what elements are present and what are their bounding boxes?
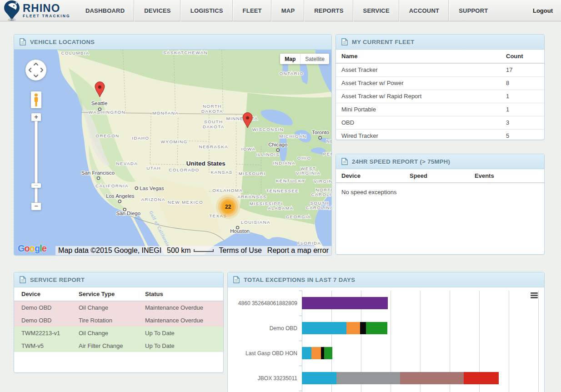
chart-bar-segment[interactable] bbox=[302, 347, 311, 359]
stacked-bar bbox=[302, 347, 332, 359]
column-header: Name bbox=[336, 50, 501, 63]
pegman-icon bbox=[33, 93, 40, 107]
city-dot bbox=[98, 108, 101, 111]
nav-item-account[interactable]: ACCOUNT bbox=[399, 0, 449, 21]
map-city-label: San Diego bbox=[116, 211, 141, 216]
svg-text:22: 22 bbox=[225, 204, 231, 210]
map-region-label: SOUTHDAKOTA bbox=[203, 119, 225, 129]
panel-title: VEHICLE LOCATIONS bbox=[30, 39, 95, 45]
nav-item-map[interactable]: MAP bbox=[271, 0, 305, 21]
map-type-satellite-button[interactable]: Satellite bbox=[301, 54, 329, 64]
panel-header: VEHICLE LOCATIONS bbox=[14, 35, 331, 50]
fleet-row: Wired Tracker5 bbox=[336, 129, 544, 140]
plus-icon: + bbox=[34, 113, 38, 121]
map-city-label: Los Angeles bbox=[106, 193, 135, 199]
nav-item-support[interactable]: SUPPORT bbox=[449, 0, 497, 21]
chart-bar-segment[interactable] bbox=[346, 322, 360, 334]
map-region-label: WASHINGTON bbox=[89, 110, 125, 115]
chart-bar-segment[interactable] bbox=[336, 372, 400, 384]
chart-row: Demo OBD bbox=[228, 316, 544, 341]
chart-bar-segment[interactable] bbox=[321, 347, 324, 359]
zoom-slider-track[interactable] bbox=[35, 121, 38, 203]
map-region-label: MONTANA bbox=[152, 111, 179, 116]
nav-item-service[interactable]: SERVICE bbox=[353, 0, 399, 21]
top-navbar: RHINO FLEET TRACKING DASHBOARDDEVICESLOG… bbox=[0, 0, 561, 21]
logout-button[interactable]: Logout bbox=[533, 0, 553, 21]
map-region-label: MINNESOTA bbox=[226, 116, 258, 121]
column-header: Device bbox=[336, 169, 404, 183]
service-table: DeviceService TypeStatus Demo OBDOil Cha… bbox=[14, 287, 223, 352]
nav-item-reports[interactable]: REPORTS bbox=[304, 0, 353, 21]
panel-title: SERVICE REPORT bbox=[30, 276, 85, 283]
chart-bar-segment[interactable] bbox=[360, 322, 366, 334]
fleet-row: OBD3 bbox=[336, 116, 544, 129]
map-region-label: CALIFORNIA bbox=[95, 183, 129, 188]
pan-arrows-icon bbox=[25, 60, 46, 80]
main-nav: DASHBOARDDEVICESLOGISTICSFLEETMAPREPORTS… bbox=[76, 0, 497, 21]
cluster-marker[interactable]: 22 bbox=[216, 195, 240, 219]
document-icon bbox=[341, 38, 348, 45]
terms-of-use-link[interactable]: Terms of Use bbox=[216, 246, 265, 255]
map-region-label: FLORIDA bbox=[297, 241, 321, 246]
fleet-table: NameCount Asset Tracker17Asset Tracker w… bbox=[336, 50, 544, 140]
chart-bar-segment[interactable] bbox=[366, 322, 387, 334]
fleet-row: Asset Tracker w/ Rapid Report1 bbox=[336, 90, 544, 103]
panel-title: MY CURRENT FLEET bbox=[352, 39, 415, 45]
panel-header: 24HR SPEED REPORT (> 75MPH) bbox=[336, 154, 544, 169]
map-region-label: ARKANSAS bbox=[237, 194, 267, 199]
report-map-error-link[interactable]: Report a map error bbox=[265, 246, 331, 255]
city-dot bbox=[135, 187, 138, 190]
map-region-label: TENNESSEE bbox=[266, 188, 299, 193]
map-region-label: NEW MEXICO bbox=[168, 200, 203, 205]
chart-bar-segment[interactable] bbox=[324, 347, 332, 359]
zoom-in-button[interactable]: + bbox=[31, 113, 41, 121]
chart-rows: 4860 352648061882809Demo OBDLast Gasp OB… bbox=[228, 291, 544, 391]
map-region-label: LOUISIANA bbox=[241, 220, 270, 225]
street-view-pegman[interactable] bbox=[31, 91, 41, 108]
map-attribution: Map data ©2015 Google, INEGI 500 km Term… bbox=[55, 246, 331, 255]
chart-bar-segment[interactable] bbox=[302, 372, 336, 384]
brand-logo[interactable]: RHINO FLEET TRACKING bbox=[4, 0, 70, 21]
chart-bar-segment[interactable] bbox=[400, 372, 464, 384]
nav-item-logistics[interactable]: LOGISTICS bbox=[180, 0, 233, 21]
stacked-bar-chart: 4860 352648061882809Demo OBDLast Gasp OB… bbox=[228, 287, 544, 392]
map-region-label: OKLAHOMA bbox=[212, 188, 243, 193]
document-icon bbox=[233, 276, 240, 283]
map-city-label: San Francisco bbox=[81, 170, 115, 176]
column-header: Count bbox=[501, 50, 544, 63]
map-region-label: GEORGIA bbox=[286, 214, 311, 219]
chart-bar-segment[interactable] bbox=[311, 347, 321, 359]
chart-category-label: 4860 352648061882809 bbox=[228, 291, 297, 316]
scale-bar bbox=[194, 249, 214, 252]
speed-report-panel: 24HR SPEED REPORT (> 75MPH) DeviceSpeedE… bbox=[336, 154, 545, 255]
nav-item-dashboard[interactable]: DASHBOARD bbox=[76, 0, 134, 21]
minus-icon: − bbox=[34, 202, 38, 210]
chart-bar-segment[interactable] bbox=[302, 322, 346, 334]
my-current-fleet-panel: MY CURRENT FLEET NameCount Asset Tracker… bbox=[336, 34, 545, 140]
map-pan-control[interactable] bbox=[25, 60, 46, 80]
vehicle-locations-panel: VEHICLE LOCATIONS bbox=[14, 34, 332, 256]
nav-item-fleet[interactable]: FLEET bbox=[233, 0, 271, 21]
map-region-label: NE bbox=[326, 139, 331, 144]
chart-bar-segment[interactable] bbox=[302, 297, 388, 309]
stacked-bar bbox=[302, 297, 388, 309]
map-region-label: ALABAMA bbox=[268, 206, 293, 211]
map-city-label: Seattle bbox=[91, 101, 108, 106]
zoom-slider-handle[interactable]: — bbox=[31, 183, 41, 188]
map-type-map-button[interactable]: Map bbox=[280, 54, 301, 64]
map-region-label: KENTUCKY bbox=[276, 178, 306, 183]
chart-bar-segment[interactable] bbox=[464, 372, 499, 384]
google-logo[interactable]: Google bbox=[18, 243, 46, 254]
column-header: Speed bbox=[404, 169, 469, 183]
map-region-label: NEBRASKA bbox=[199, 144, 228, 149]
map-city-label: Toronto bbox=[312, 130, 329, 135]
google-map[interactable]: COLUMBIASASKATCHEWANONTARIOWASHINGTONMON… bbox=[14, 50, 331, 255]
chart-export-menu-icon[interactable] bbox=[531, 292, 538, 299]
map-region-label: OREGON bbox=[95, 133, 119, 138]
chart-row: JBOX 33235011 bbox=[228, 366, 544, 391]
nav-item-devices[interactable]: DEVICES bbox=[134, 0, 180, 21]
dashboard-page: RHINO FLEET TRACKING DASHBOARDDEVICESLOG… bbox=[0, 0, 561, 392]
map-region-label: ARIZONA bbox=[141, 197, 165, 202]
chart-row: Last Gasp OBD HON bbox=[228, 341, 544, 366]
zoom-out-button[interactable]: − bbox=[31, 203, 41, 210]
